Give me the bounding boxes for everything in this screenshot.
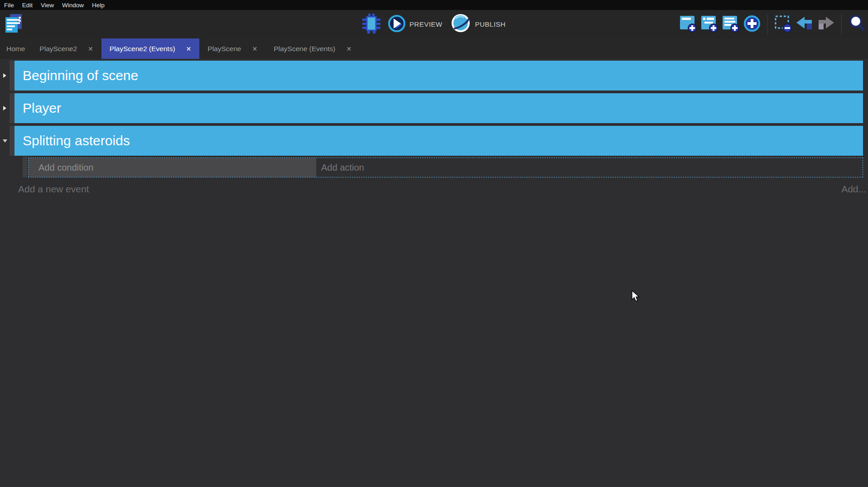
event-handle: [10, 93, 14, 123]
publish-globe-icon: [449, 13, 471, 36]
event-group-bar[interactable]: Beginning of scene: [14, 61, 863, 91]
main-toolbar: PREVIEW PUBLISH: [0, 10, 868, 38]
tab-playscene-events[interactable]: PlayScene (Events) ✕: [265, 38, 360, 59]
preview-button[interactable]: PREVIEW: [388, 14, 443, 34]
redo-icon: [817, 16, 835, 33]
selected-event-row: Add condition Add action: [0, 157, 868, 178]
publish-button[interactable]: PUBLISH: [449, 13, 506, 36]
events-sheet: Beginning of scene Player Splitting aste…: [0, 59, 868, 195]
event-handle: [23, 157, 27, 177]
close-icon[interactable]: ✕: [186, 46, 192, 52]
event-row: Player: [0, 93, 868, 123]
add-event-icon: [679, 14, 697, 35]
events-footer: Add a new event Add...: [0, 184, 868, 195]
add-new-event-button[interactable]: Add a new event: [18, 184, 89, 195]
delete-selection-icon: [774, 14, 792, 35]
tab-playscene2-events[interactable]: PlayScene2 (Events) ✕: [101, 38, 199, 59]
search-button[interactable]: [848, 15, 866, 34]
add-subevent-icon: [700, 14, 719, 35]
tab-playscene2[interactable]: PlayScene2 ✕: [31, 38, 101, 59]
add-circle-plus-icon: [743, 14, 761, 34]
close-icon[interactable]: ✕: [88, 46, 93, 52]
event-handle: [10, 61, 14, 91]
add-comment-button[interactable]: [722, 15, 740, 34]
menu-file[interactable]: File: [0, 2, 18, 9]
search-icon: [848, 14, 866, 35]
preview-label: PREVIEW: [410, 20, 443, 28]
mouse-cursor: [632, 290, 641, 306]
toolbar-separator: [841, 14, 842, 35]
toolbar-separator: [767, 14, 768, 35]
event-row: Splitting asteroids: [0, 126, 868, 156]
debug-bug-icon: [362, 13, 381, 36]
tab-bar: Home PlayScene2 ✕ PlayScene2 (Events) ✕ …: [0, 38, 868, 59]
add-ellipsis-button[interactable]: Add...: [841, 184, 866, 195]
collapse-toggle[interactable]: [0, 126, 10, 156]
undo-icon: [796, 16, 814, 33]
debug-button[interactable]: [362, 15, 381, 34]
tab-home[interactable]: Home: [0, 38, 31, 59]
choose-add-event-button[interactable]: [743, 15, 761, 34]
menu-view[interactable]: View: [37, 2, 58, 9]
publish-label: PUBLISH: [475, 20, 506, 28]
close-icon[interactable]: ✕: [346, 46, 352, 52]
event-group-bar[interactable]: Player: [14, 93, 863, 123]
undo-button[interactable]: [796, 15, 814, 34]
tab-playscene[interactable]: PlayScene ✕: [199, 38, 265, 59]
add-comment-icon: [722, 14, 740, 35]
event-handle: [10, 126, 14, 156]
event-row: Beginning of scene: [0, 61, 868, 91]
add-action-button[interactable]: Add action: [316, 158, 863, 177]
add-subevent-button[interactable]: [700, 15, 719, 34]
tab-label: PlayScene2: [39, 45, 77, 53]
menu-edit[interactable]: Edit: [18, 2, 37, 9]
menu-help[interactable]: Help: [88, 2, 109, 9]
add-condition-button[interactable]: Add condition: [29, 158, 316, 177]
chevron-down-icon: [3, 139, 7, 143]
menu-window[interactable]: Window: [58, 2, 88, 9]
event-group-bar[interactable]: Splitting asteroids: [14, 126, 863, 156]
tab-label: PlayScene2 (Events): [110, 45, 175, 53]
redo-button[interactable]: [817, 15, 835, 34]
delete-selection-button[interactable]: [774, 15, 792, 34]
tab-label: PlayScene: [207, 45, 241, 53]
expand-toggle[interactable]: [0, 61, 10, 91]
chevron-right-icon: [3, 106, 6, 110]
tab-label: PlayScene (Events): [274, 45, 335, 53]
close-icon[interactable]: ✕: [252, 46, 257, 52]
add-event-button[interactable]: [679, 15, 697, 34]
tab-label: Home: [6, 45, 25, 53]
expand-toggle[interactable]: [0, 93, 10, 123]
chevron-right-icon: [3, 73, 6, 78]
project-manager-button[interactable]: [4, 13, 24, 36]
play-circle-icon: [388, 14, 406, 34]
project-documents-icon: [4, 13, 24, 36]
menu-bar: File Edit View Window Help: [0, 0, 868, 10]
event-selection: Add condition Add action: [28, 158, 863, 177]
